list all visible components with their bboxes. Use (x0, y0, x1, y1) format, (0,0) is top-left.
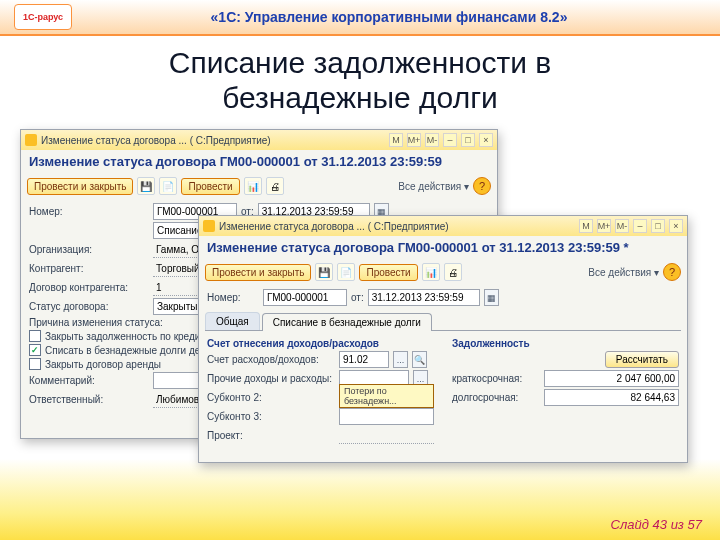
form-2: Номер: ГМ00-000001 от: 31.12.2013 23:59:… (199, 285, 687, 310)
save-icon[interactable]: 💾 (137, 177, 155, 195)
short-input[interactable]: 2 047 600,00 (544, 370, 679, 387)
group-debt: Задолженность Рассчитать краткосрочная: … (452, 335, 679, 446)
calendar-icon[interactable]: ▦ (484, 289, 499, 306)
dogovor-label: Договор контрагента: (29, 282, 149, 293)
post-icon[interactable]: 📄 (337, 263, 355, 281)
btn-minimize[interactable]: – (633, 219, 647, 233)
doc-header-2: Изменение статуса договора ГМ00-000001 о… (199, 236, 687, 261)
slide-title-line1: Списание задолженности в (169, 46, 552, 79)
btn-m-minus[interactable]: M- (615, 219, 629, 233)
date-input[interactable]: 31.12.2013 23:59:59 (368, 289, 480, 306)
short-label: краткосрочная: (452, 373, 540, 384)
nomer-label: Номер: (29, 206, 149, 217)
doc-header-1: Изменение статуса договора ГМ00-000001 о… (21, 150, 497, 175)
group-debt-title: Задолженность (452, 338, 679, 349)
tooltip-other: Потери по безнадежн... (339, 384, 434, 408)
nomer-input[interactable]: ГМ00-000001 (263, 289, 347, 306)
btn-close[interactable]: × (479, 133, 493, 147)
chk-writeoff[interactable]: ✓ (29, 344, 41, 356)
windows-area: Изменение статуса договора ... ( С:Предп… (20, 129, 700, 489)
save-icon[interactable]: 💾 (315, 263, 333, 281)
help-button[interactable]: ? (473, 177, 491, 195)
chk-credit[interactable] (29, 330, 41, 342)
acc-input[interactable]: 91.02 (339, 351, 389, 368)
btn-m[interactable]: M (389, 133, 403, 147)
favorite-icon[interactable] (203, 220, 215, 232)
nomer-label: Номер: (207, 292, 259, 303)
tab-general[interactable]: Общая (205, 312, 260, 330)
btn-m-minus[interactable]: M- (425, 133, 439, 147)
post-icon[interactable]: 📄 (159, 177, 177, 195)
group-accounts-title: Счет отнесения доходов/расходов (207, 338, 434, 349)
window-status-change-2: Изменение статуса договора ... ( С:Предп… (198, 215, 688, 463)
sub2-label: Субконто 2: (207, 392, 335, 403)
acc-label: Счет расходов/доходов: (207, 354, 335, 365)
project-input[interactable] (339, 427, 434, 444)
header-title: «1С: Управление корпоративными финансами… (72, 9, 706, 25)
calc-button[interactable]: Рассчитать (605, 351, 679, 368)
help-button[interactable]: ? (663, 263, 681, 281)
btn-close[interactable]: × (669, 219, 683, 233)
other-label: Прочие доходы и расходы: (207, 373, 335, 384)
toolbar-2: Провести и закрыть 💾 📄 Провести 📊 🖨 Все … (199, 261, 687, 285)
sub3-label: Субконто 3: (207, 411, 335, 422)
print-icon[interactable]: 🖨 (444, 263, 462, 281)
btn-m[interactable]: M (579, 219, 593, 233)
open-icon[interactable]: 🔍 (412, 351, 427, 368)
provesti-button[interactable]: Провести (359, 264, 417, 281)
status-label: Статус договора: (29, 301, 149, 312)
titlebar-text-1: Изменение статуса договора ... ( С:Предп… (41, 135, 271, 146)
tab-body: Счет отнесения доходов/расходов Счет рас… (199, 331, 687, 450)
titlebar-2[interactable]: Изменение статуса договора ... ( С:Предп… (199, 216, 687, 236)
org-label: Организация: (29, 244, 149, 255)
header-band: 1С-рарус «1С: Управление корпоративными … (0, 0, 720, 36)
reason-label: Причина изменения статуса: (29, 317, 163, 328)
chk-rent[interactable] (29, 358, 41, 370)
btn-m-plus[interactable]: M+ (407, 133, 421, 147)
btn-maximize[interactable]: □ (651, 219, 665, 233)
tabs: Общая Списание в безнадежные долги (205, 312, 681, 331)
contragent-label: Контрагент: (29, 263, 149, 274)
long-input[interactable]: 82 644,63 (544, 389, 679, 406)
select-icon[interactable]: ... (393, 351, 408, 368)
all-actions-link[interactable]: Все действия ▾ (398, 181, 469, 192)
provesti-zakryt-button[interactable]: Провести и закрыть (27, 178, 133, 195)
print-icon[interactable]: 🖨 (266, 177, 284, 195)
titlebar-1[interactable]: Изменение статуса договора ... ( С:Предп… (21, 130, 497, 150)
slide-title-line2: безнадежные долги (222, 81, 498, 114)
favorite-icon[interactable] (25, 134, 37, 146)
provesti-zakryt-button[interactable]: Провести и закрыть (205, 264, 311, 281)
comment-label: Комментарий: (29, 375, 149, 386)
btn-maximize[interactable]: □ (461, 133, 475, 147)
tab-writeoff[interactable]: Списание в безнадежные долги (262, 313, 432, 331)
btn-minimize[interactable]: – (443, 133, 457, 147)
long-label: долгосрочная: (452, 392, 540, 403)
ot-label: от: (351, 292, 364, 303)
report-icon[interactable]: 📊 (244, 177, 262, 195)
btn-m-plus[interactable]: M+ (597, 219, 611, 233)
logo: 1С-рарус (14, 4, 72, 30)
all-actions-link[interactable]: Все действия ▾ (588, 267, 659, 278)
group-accounts: Счет отнесения доходов/расходов Счет рас… (207, 335, 434, 446)
titlebar-text-2: Изменение статуса договора ... ( С:Предп… (219, 221, 449, 232)
report-icon[interactable]: 📊 (422, 263, 440, 281)
chk-rent-label: Закрыть договор аренды (45, 359, 161, 370)
slide-counter: Слайд 43 из 57 (611, 517, 702, 532)
provesti-button[interactable]: Провести (181, 178, 239, 195)
project-label: Проект: (207, 430, 335, 441)
toolbar-1: Провести и закрыть 💾 📄 Провести 📊 🖨 Все … (21, 175, 497, 199)
sub3-input[interactable] (339, 408, 434, 425)
slide-title: Списание задолженности в безнадежные дол… (0, 36, 720, 129)
resp-label: Ответственный: (29, 394, 149, 405)
